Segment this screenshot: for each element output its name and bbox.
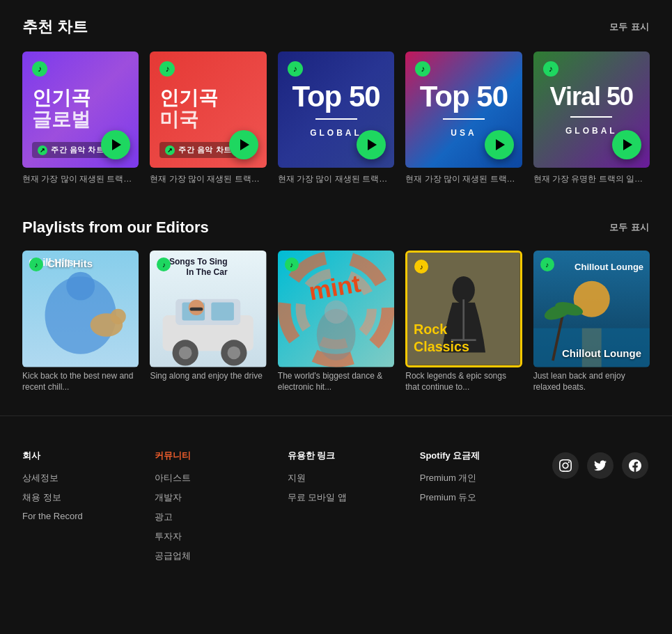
- playlist-spotify-logo: ♪: [540, 257, 554, 271]
- playlists-see-all-button[interactable]: 모두 표시: [609, 221, 650, 234]
- footer-col-title-community: 커뮤니티: [155, 450, 238, 462]
- chart-card-desc: 현재 가장 유명한 트랙의 일일 업데이트입니다 - 글...: [533, 173, 650, 185]
- recommended-charts-title: 추천 차트: [22, 17, 88, 38]
- footer-col-useful-links: 유용한 링크 지원 무료 모바일 앱: [288, 450, 371, 569]
- chart-card-viral50-global[interactable]: ♪ Viral 50 GLOBAL 현재 가장 유명한 트랙의 일일 업데이트입…: [533, 51, 650, 185]
- svg-text:Songs To Sing: Songs To Sing: [169, 257, 228, 267]
- facebook-icon: [629, 459, 641, 472]
- spotify-logo: ♪: [32, 61, 47, 77]
- footer-link-premium-duo[interactable]: Premium 듀오: [420, 491, 503, 504]
- arrow-icon: ↗: [38, 145, 47, 155]
- footer-col-title-useful: 유용한 링크: [288, 450, 371, 462]
- playlist-card-chillout-lounge[interactable]: Chillout Lounge ♪ Chillout Lounge Just l…: [533, 251, 650, 393]
- chart-card-desc: 현재 가장 많이 재생된 트랙의 주간 업데이트입니다...: [150, 173, 266, 185]
- instagram-button[interactable]: [552, 452, 579, 479]
- footer-link-jobs[interactable]: 채용 정보: [22, 491, 106, 504]
- spotify-logo: ♪: [159, 61, 175, 77]
- svg-point-4: [110, 309, 125, 324]
- playlist-card-desc: Kick back to the best new and recent chi…: [22, 370, 139, 394]
- editor-playlists-section: Playlists from our Editors 모두 표시: [0, 202, 672, 404]
- playlist-card-songs-car[interactable]: Songs To Sing In The Car ♪ Sing along an…: [150, 251, 266, 393]
- footer: 회사 상세정보 채용 정보 For the Record 커뮤니티 아티스트 개…: [0, 415, 672, 592]
- footer-link-about[interactable]: 상세정보: [22, 472, 106, 484]
- chart-card-top50-global[interactable]: ♪ Top 50 GLOBAL 현재 가장 많이 재생된 트랙의 일일 업데이트…: [278, 51, 394, 185]
- footer-link-investors[interactable]: 투자자: [155, 530, 238, 543]
- playlist-card-desc: Rock legends & epic songs that continue …: [405, 370, 522, 394]
- playlist-card-rock-classics[interactable]: Rock Classics ♪ Rock legends & epic song…: [405, 251, 522, 393]
- playlist-card-mint[interactable]: mint ♪ The world's biggest dance & elect…: [278, 251, 394, 393]
- svg-text:Classics: Classics: [414, 339, 469, 354]
- playlist-image-chillout: Chillout Lounge ♪ Chillout Lounge: [533, 251, 650, 367]
- playlist-overlay-title: Chill Hits: [47, 257, 93, 270]
- spotify-logo: ♪: [415, 61, 430, 77]
- instagram-icon: [559, 459, 572, 472]
- charts-cards-row: ♪ 인기곡 글로벌 ↗ 주간 음악 차트 현재 가장 많이 재생된 트랙의 주간…: [22, 51, 650, 185]
- charts-see-all-button[interactable]: 모두 표시: [609, 21, 650, 33]
- footer-link-mobile-app[interactable]: 무료 모바일 앱: [288, 491, 371, 504]
- footer-link-support[interactable]: 지원: [288, 472, 371, 484]
- footer-content: 회사 상세정보 채용 정보 For the Record 커뮤니티 아티스트 개…: [22, 450, 650, 569]
- play-button[interactable]: [485, 130, 514, 159]
- footer-col-title-company: 회사: [22, 450, 106, 462]
- footer-link-artists[interactable]: 아티스트: [155, 472, 238, 484]
- chart-card-usa-popular[interactable]: ♪ 인기곡 미국 ↗ 주간 음악 차트 현재 가장 많이 재생된 트랙의 주간 …: [150, 51, 266, 185]
- playlist-spotify-logo: ♪: [285, 257, 299, 271]
- footer-col-plans: Spotify 요금제 Premium 개인 Premium 듀오: [420, 450, 503, 569]
- play-button[interactable]: [612, 130, 641, 159]
- chart-title-area: 인기곡 미국: [159, 88, 256, 131]
- svg-rect-16: [190, 308, 203, 311]
- chart-card-desc: 현재 가장 많이 재생된 트랙의 주간 업데이트입니다...: [22, 173, 139, 185]
- spotify-logo: ♪: [288, 61, 303, 77]
- chart-card-global-popular[interactable]: ♪ 인기곡 글로벌 ↗ 주간 음악 차트 현재 가장 많이 재생된 트랙의 주간…: [22, 51, 139, 185]
- playlist-card-chill-hits[interactable]: Chill Hits ♪ Chill Hits Kick back to the…: [22, 251, 139, 393]
- chart-card-desc: 현재 가장 많이 재생된 트랙의 일일 업데이트입니다...: [405, 173, 522, 185]
- playlist-card-desc: Just lean back and enjoy relaxed beats.: [533, 370, 650, 394]
- footer-col-social: [552, 450, 650, 569]
- playlist-image-mint: mint ♪: [278, 251, 394, 367]
- footer-link-premium-individual[interactable]: Premium 개인: [420, 472, 503, 484]
- svg-text:In The Car: In The Car: [187, 268, 228, 278]
- playlist-card-desc: The world's biggest dance & electronic h…: [278, 370, 394, 394]
- footer-col-community: 커뮤니티 아티스트 개발자 광고 투자자 공급업체: [155, 450, 238, 569]
- playlist-image-songs-car: Songs To Sing In The Car ♪: [150, 251, 266, 367]
- arrow-icon: ↗: [165, 145, 175, 155]
- svg-point-14: [228, 347, 241, 360]
- svg-point-24: [325, 301, 347, 324]
- chart-card-desc: 현재 가장 많이 재생된 트랙의 일일 업데이트입니다...: [278, 173, 394, 185]
- recommended-charts-section: 추천 차트 모두 표시 ♪ 인기곡 글로벌 ↗ 주간 음악 차트: [0, 0, 672, 196]
- play-button[interactable]: [357, 130, 386, 159]
- svg-text:Rock: Rock: [414, 322, 447, 337]
- svg-rect-10: [212, 303, 235, 321]
- playlist-cards-row: Chill Hits ♪ Chill Hits Kick back to the…: [22, 251, 650, 393]
- editor-playlists-title: Playlists from our Editors: [22, 219, 209, 237]
- svg-point-2: [66, 272, 95, 301]
- footer-link-developers[interactable]: 개발자: [155, 491, 238, 504]
- chart-badge-label: 주간 음악 차트: [178, 145, 231, 155]
- spotify-logo: ♪: [543, 61, 558, 77]
- svg-point-12: [179, 347, 192, 360]
- chart-title-area: 인기곡 글로벌: [32, 88, 129, 131]
- facebook-button[interactable]: [622, 452, 648, 479]
- viral50-content: Viral 50 GLOBAL: [550, 84, 633, 136]
- footer-col-title-plans: Spotify 요금제: [420, 450, 503, 462]
- footer-link-vendors[interactable]: 공급업체: [155, 550, 238, 562]
- social-buttons: [552, 452, 650, 479]
- svg-text:Chillout Lounge: Chillout Lounge: [575, 262, 643, 272]
- twitter-icon: [594, 459, 607, 472]
- playlist-card-desc: Sing along and enjoy the drive: [150, 370, 266, 382]
- footer-col-company: 회사 상세정보 채용 정보 For the Record: [22, 450, 106, 569]
- footer-link-record[interactable]: For the Record: [22, 511, 106, 521]
- play-button[interactable]: [229, 130, 258, 159]
- chart-badge-label: 주간 음악 차트: [51, 145, 104, 155]
- chillout-label: Chillout Lounge: [562, 347, 641, 359]
- footer-link-advertising[interactable]: 광고: [155, 511, 238, 523]
- top50-content: Top 50 USA: [420, 82, 508, 138]
- chart-card-top50-usa[interactable]: ♪ Top 50 USA 현재 가장 많이 재생된 트랙의 일일 업데이트입니다…: [405, 51, 522, 185]
- top50-content: Top 50 GLOBAL: [292, 82, 380, 138]
- twitter-button[interactable]: [587, 452, 614, 479]
- playlist-image-rock: Rock Classics ♪: [405, 251, 522, 367]
- playlist-image-chill: Chill Hits ♪ Chill Hits: [22, 251, 139, 367]
